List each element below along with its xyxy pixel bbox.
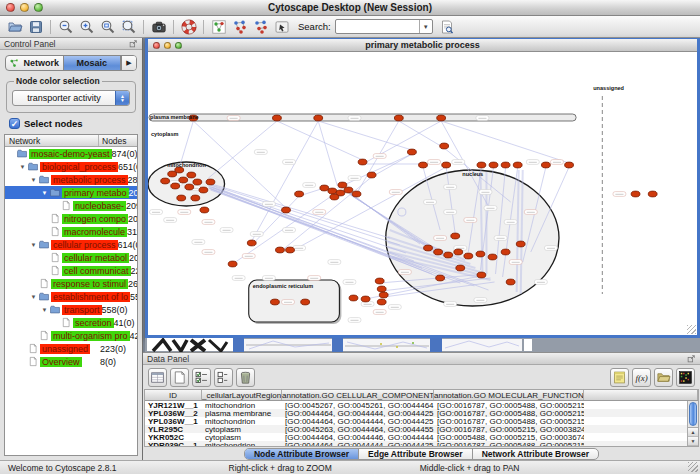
graph-edge[interactable]	[441, 121, 569, 163]
tab-network[interactable]: Network	[6, 56, 64, 70]
tree-column-network[interactable]: Network	[5, 135, 99, 146]
graph-node[interactable]	[286, 247, 295, 253]
select-attributes-button[interactable]	[192, 368, 211, 387]
graph-node[interactable]	[476, 251, 485, 257]
column-header[interactable]: annotation.GO CELLULAR_COMPONENT	[282, 390, 434, 400]
scroll-up-icon[interactable]: ▲	[688, 428, 698, 437]
graph-node[interactable]	[407, 149, 416, 155]
graph-node[interactable]	[200, 207, 209, 213]
column-header[interactable]: ID	[145, 390, 202, 400]
save-button[interactable]	[26, 17, 45, 36]
table-cell[interactable]: [GO:0016787, GO:0005488, GO:0005215, G..…	[434, 441, 584, 447]
graph-node[interactable]	[349, 295, 358, 301]
tab-overflow-button[interactable]: ▶	[121, 56, 136, 70]
zoom-selected-button[interactable]	[119, 17, 138, 36]
tree-row[interactable]: ▼cell communicat22(0)	[5, 264, 137, 277]
graph-node[interactable]	[436, 275, 445, 281]
graph-node[interactable]	[501, 162, 510, 168]
graph-node[interactable]	[358, 159, 367, 165]
expand-arrow-icon[interactable]: ▼	[18, 164, 27, 170]
network-minimize-button[interactable]	[164, 42, 171, 49]
tree-row[interactable]: ▼cellular process614(0)	[5, 238, 137, 251]
scroll-down-icon[interactable]: ▼	[688, 437, 698, 446]
graph-node[interactable]	[394, 115, 403, 121]
network-from-selection-edges-button[interactable]	[251, 17, 270, 36]
scrollbar-thumb[interactable]	[689, 402, 697, 426]
graph-node[interactable]	[456, 265, 465, 271]
graph-node[interactable]	[295, 191, 304, 197]
graph-node[interactable]	[442, 162, 451, 168]
column-header[interactable]: annotation.GO MOLECULAR_FUNCTION	[434, 390, 584, 400]
network-view-window[interactable]: primary metabolic process plasma membran…	[145, 38, 700, 338]
search-dropdown-arrow-icon[interactable]: ▼	[419, 19, 432, 34]
window-resize-grip[interactable]	[687, 325, 696, 334]
graph-node[interactable]	[282, 207, 291, 213]
graph-node[interactable]	[338, 182, 347, 188]
tree-row[interactable]: ▼nucleobase-209(0)	[5, 199, 137, 212]
graph-edge[interactable]	[208, 121, 276, 178]
graph-node[interactable]	[541, 162, 550, 168]
tree-row[interactable]: ▼secretion41(0)	[5, 316, 137, 329]
tree-row[interactable]: ▼metabolic process280(0)	[5, 173, 137, 186]
tree-row[interactable]: ▼cellular metabol209(0)	[5, 251, 137, 264]
float-panel-icon[interactable]	[129, 39, 138, 48]
tree-row[interactable]: ▼unassigned223(0)	[5, 342, 137, 355]
graph-node[interactable]	[273, 115, 282, 121]
graph-node[interactable]	[434, 249, 443, 255]
tree-row[interactable]: ▼primary metabo209(...	[5, 186, 137, 199]
attribute-matrix-button[interactable]	[676, 368, 695, 387]
help-button[interactable]	[179, 17, 198, 36]
attribute-notes-button[interactable]	[610, 368, 629, 387]
tree-column-nodes[interactable]: Nodes	[99, 136, 137, 146]
graph-node[interactable]	[330, 194, 339, 200]
graph-node[interactable]	[171, 183, 180, 189]
expand-arrow-icon[interactable]: ▼	[29, 177, 38, 183]
tab-mosaic[interactable]: Mosaic	[64, 56, 122, 70]
graph-node[interactable]	[301, 299, 310, 305]
delete-attribute-button[interactable]	[236, 368, 255, 387]
graph-node[interactable]	[377, 286, 386, 292]
table-scrollbar[interactable]: ▲ ▼	[687, 401, 698, 446]
graph-node[interactable]	[185, 184, 194, 190]
search-combobox[interactable]: ▼	[335, 19, 433, 34]
import-attributes-button[interactable]	[654, 368, 673, 387]
zoom-fit-button[interactable]	[98, 17, 117, 36]
tree-row[interactable]: ▼Overview8(0)	[5, 355, 137, 368]
graph-node[interactable]	[631, 191, 640, 197]
tab-network-attribute-browser[interactable]: Network Attribute Browser	[473, 449, 598, 459]
tab-edge-attribute-browser[interactable]: Edge Attribute Browser	[359, 449, 473, 459]
snapshot-button[interactable]	[149, 17, 168, 36]
zoom-out-button[interactable]	[56, 17, 75, 36]
tree-row[interactable]: ▼multi-organism pro42(0)	[5, 329, 137, 342]
graph-node[interactable]	[352, 191, 361, 197]
graph-node[interactable]	[276, 247, 285, 253]
graph-node[interactable]	[344, 187, 353, 193]
tree-row[interactable]: ▼mosaic-demo-yeast874(0)	[5, 147, 137, 160]
expand-arrow-icon[interactable]: ▼	[40, 307, 49, 313]
graph-node[interactable]	[565, 162, 574, 168]
zoom-in-button[interactable]	[77, 17, 96, 36]
tree-row[interactable]: ▼establishment of lo558(0)	[5, 290, 137, 303]
table-row[interactable]: YDR039C__1mitochondrion[GO:0044464, GO:0…	[145, 441, 698, 446]
network-zoom-button[interactable]	[175, 42, 182, 49]
graph-node[interactable]	[451, 233, 460, 239]
minimize-button[interactable]	[20, 3, 29, 12]
graph-node[interactable]	[444, 252, 453, 258]
tree-row[interactable]: ▼biological_process651(0)	[5, 160, 137, 173]
create-attribute-button[interactable]	[170, 368, 189, 387]
tree-row[interactable]: ▼nitrogen compo209(0)	[5, 212, 137, 225]
tree-row[interactable]: ▼response to stimul264(0)	[5, 277, 137, 290]
graph-node[interactable]	[367, 172, 376, 178]
graph-node[interactable]	[477, 272, 486, 278]
table-cell[interactable]: mitochondrion	[202, 441, 282, 447]
deselect-attributes-button[interactable]	[214, 368, 233, 387]
graph-node[interactable]	[501, 249, 510, 255]
graph-node[interactable]	[379, 292, 388, 298]
expand-arrow-icon[interactable]: ▼	[29, 242, 38, 248]
tab-node-attribute-browser[interactable]: Node Attribute Browser	[245, 449, 359, 459]
graph-edge[interactable]	[337, 154, 412, 188]
new-network-button[interactable]	[209, 17, 228, 36]
graph-node[interactable]	[377, 299, 386, 305]
advanced-search-button[interactable]	[438, 17, 457, 36]
graph-node[interactable]	[437, 115, 446, 121]
